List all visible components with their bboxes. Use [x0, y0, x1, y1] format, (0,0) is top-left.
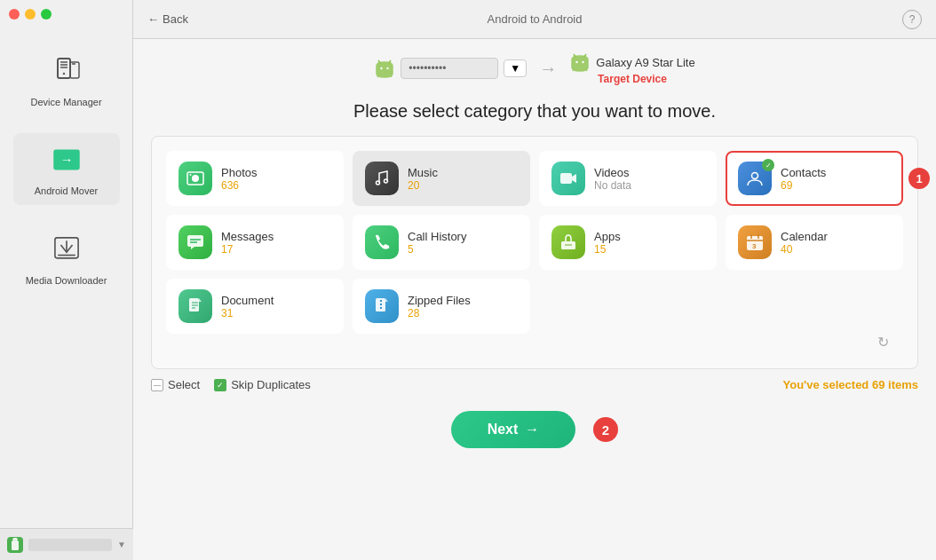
music-name: Music — [408, 166, 438, 179]
zipped-files-icon — [365, 289, 399, 323]
refresh-button[interactable]: ↻ — [877, 334, 889, 351]
music-icon — [365, 162, 399, 195]
next-button[interactable]: Next → — [451, 411, 575, 448]
transfer-arrow: → — [539, 59, 557, 79]
zipped-files-count: 28 — [408, 307, 471, 319]
calendar-info: Calendar 40 — [781, 230, 828, 256]
svg-rect-24 — [187, 235, 203, 247]
selected-text: You've selected — [783, 378, 869, 391]
svg-point-4 — [62, 73, 64, 75]
photos-icon — [178, 162, 212, 195]
call-history-icon — [365, 225, 399, 259]
svg-point-13 — [381, 67, 383, 69]
select-button[interactable]: Select — [151, 378, 200, 391]
source-android-icon — [374, 58, 395, 79]
refresh-area: ↻ — [166, 334, 903, 354]
svg-rect-22 — [560, 173, 572, 184]
next-label: Next — [488, 422, 519, 438]
sidebar-item-media-downloader[interactable]: Media Downloader — [13, 223, 120, 294]
selected-unit: items — [888, 378, 918, 391]
category-videos[interactable]: Videos No data — [539, 151, 717, 206]
skip-duplicates-toggle[interactable]: Skip Duplicates — [214, 378, 311, 391]
category-call-history[interactable]: Call History 5 — [353, 215, 530, 270]
next-area: Next → 2 — [133, 397, 936, 457]
help-button[interactable]: ? — [902, 10, 922, 29]
back-label: Back — [163, 12, 188, 26]
zipped-files-info: Zipped Files 28 — [408, 294, 471, 319]
selected-number: 69 — [872, 378, 884, 391]
media-downloader-icon — [47, 230, 86, 269]
calendar-icon: 3 — [738, 225, 772, 259]
sidebar-device-icon — [7, 537, 23, 553]
sidebar-bottom-chevron[interactable]: ▼ — [117, 540, 126, 549]
call-history-count: 5 — [408, 243, 466, 256]
call-history-info: Call History 5 — [408, 230, 466, 256]
category-apps[interactable]: Apps 15 — [539, 215, 717, 270]
device-manager-icon — [47, 51, 86, 91]
sidebar-bottom-device[interactable]: ▼ — [0, 528, 133, 560]
back-arrow-icon: ← — [147, 12, 159, 26]
skip-duplicates-label: Skip Duplicates — [231, 378, 311, 391]
bottom-bar: Select Skip Duplicates You've selected 6… — [133, 369, 936, 397]
next-arrow-icon: → — [525, 422, 539, 438]
contacts-count: 69 — [781, 179, 826, 192]
svg-point-14 — [387, 67, 389, 69]
videos-name: Videos — [594, 166, 631, 179]
bottom-left: Select Skip Duplicates — [151, 378, 311, 391]
category-messages[interactable]: Messages 17 — [166, 215, 344, 270]
document-name: Document — [221, 294, 274, 307]
contacts-icon — [738, 162, 772, 195]
apps-count: 15 — [594, 243, 621, 256]
close-button[interactable] — [9, 9, 20, 20]
category-contacts[interactable]: Contacts 69 1 — [726, 151, 903, 206]
category-calendar[interactable]: 3 Calendar 40 — [726, 215, 903, 270]
next-step-number: 2 — [593, 417, 618, 442]
videos-count: No data — [594, 179, 631, 192]
svg-point-16 — [583, 61, 584, 63]
svg-text:→: → — [59, 153, 73, 167]
device-bar: ▼ → Galaxy A9 Star Lite Target Device — [133, 39, 936, 92]
category-zipped-files[interactable]: Zipped Files 28 — [353, 279, 530, 334]
category-document[interactable]: Document 31 — [166, 279, 344, 334]
source-device: ▼ — [374, 58, 527, 79]
sidebar-device-name — [28, 539, 112, 551]
minimize-button[interactable] — [25, 9, 36, 20]
svg-point-23 — [752, 173, 758, 179]
messages-name: Messages — [221, 230, 274, 243]
select-checkbox[interactable] — [151, 379, 163, 391]
target-android-icon — [569, 51, 591, 73]
call-history-name: Call History — [408, 230, 466, 243]
calendar-count: 40 — [781, 243, 828, 256]
contacts-step-number: 1 — [908, 168, 930, 189]
category-photos[interactable]: Photos 636 — [166, 151, 344, 206]
selected-count: You've selected 69 items — [783, 378, 918, 391]
titlebar-center-label: Android to Android — [488, 12, 583, 26]
photos-name: Photos — [221, 166, 257, 179]
sidebar-item-device-manager-label: Device Manager — [30, 96, 101, 108]
source-device-input[interactable] — [401, 58, 498, 79]
svg-text:3: 3 — [752, 242, 757, 250]
sidebar-item-media-downloader-label: Media Downloader — [26, 274, 107, 287]
videos-icon — [551, 162, 585, 195]
document-icon — [178, 289, 212, 323]
sidebar-item-android-mover[interactable]: → Android Mover — [13, 133, 120, 204]
sidebar-item-device-manager[interactable]: Device Manager — [13, 44, 120, 115]
svg-rect-12 — [12, 540, 19, 550]
svg-point-15 — [576, 61, 578, 63]
target-device-label: Target Device — [598, 73, 667, 85]
titlebar: ← Back Android to Android ? — [133, 0, 936, 39]
messages-info: Messages 17 — [221, 230, 274, 256]
contacts-check — [762, 159, 774, 171]
category-music[interactable]: Music 20 — [353, 151, 530, 206]
category-grid: Photos 636 Music 20 Vi — [166, 151, 903, 334]
category-container: Photos 636 Music 20 Vi — [151, 136, 918, 369]
target-device: Galaxy A9 Star Lite Target Device — [569, 51, 694, 85]
apps-info: Apps 15 — [594, 230, 621, 256]
source-device-select[interactable]: ▼ — [504, 59, 527, 77]
android-mover-icon: → — [47, 140, 86, 179]
back-button[interactable]: ← Back — [147, 12, 188, 26]
document-info: Document 31 — [221, 294, 274, 319]
maximize-button[interactable] — [41, 9, 52, 20]
svg-point-20 — [377, 181, 380, 185]
skip-duplicates-checkbox[interactable] — [214, 379, 226, 391]
